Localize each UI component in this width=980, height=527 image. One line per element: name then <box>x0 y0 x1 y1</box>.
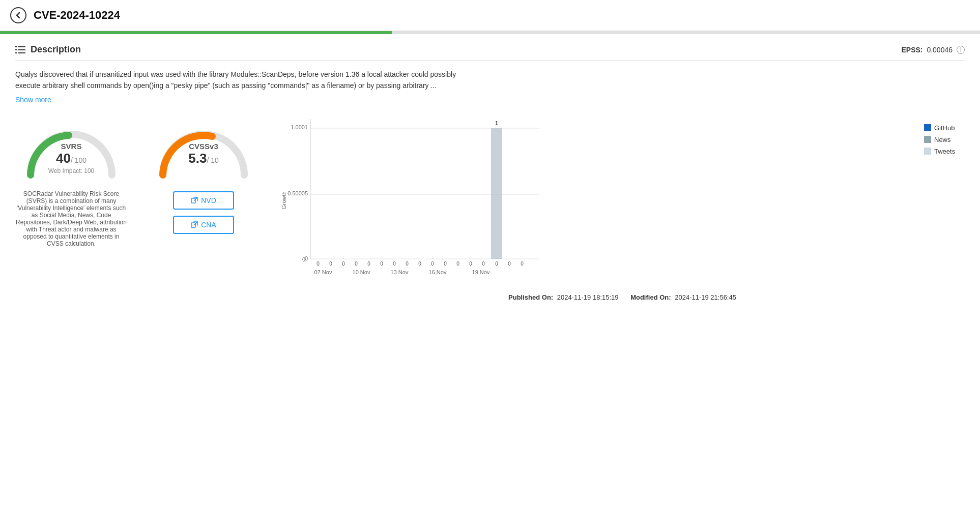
chart-legend: GitHub News Tweets <box>924 114 965 278</box>
chart-area: 1.0001 0.50005 0 Growth <box>280 114 965 301</box>
chart-footer: Published On: 2024-11-19 18:15:19 Modifi… <box>280 294 965 301</box>
svg-rect-0 <box>15 46 17 47</box>
svg-text:0: 0 <box>431 261 434 267</box>
svg-text:0: 0 <box>456 261 459 267</box>
svg-text:0: 0 <box>482 261 485 267</box>
svg-text:0: 0 <box>355 261 358 267</box>
external-link-icon-2 <box>191 221 198 228</box>
svg-text:0: 0 <box>521 261 524 267</box>
epss-info-icon[interactable]: i <box>957 46 965 54</box>
back-button[interactable] <box>10 7 26 23</box>
description-title-group: Description <box>15 44 81 55</box>
epss-container: EPSS: 0.00046 i <box>901 46 965 54</box>
svg-text:0: 0 <box>406 261 409 267</box>
news-swatch <box>924 136 931 143</box>
svg-text:10 Nov: 10 Nov <box>353 269 370 275</box>
svg-rect-4 <box>18 49 25 50</box>
svg-text:0: 0 <box>508 261 511 267</box>
cvss-gauge-container: CVSSv3 5.3/ 10 <box>148 114 260 185</box>
svg-rect-7 <box>191 223 195 227</box>
svrs-info-text: SOCRadar Vulnerability Risk Score (SVRS)… <box>15 190 127 247</box>
svg-text:0: 0 <box>380 261 383 267</box>
svg-text:0: 0 <box>393 261 396 267</box>
svg-text:0: 0 <box>444 261 447 267</box>
tweets-label: Tweets <box>934 148 955 155</box>
svg-text:16 Nov: 16 Nov <box>429 269 447 275</box>
main-content: Description EPSS: 0.00046 i Qualys disco… <box>0 34 980 311</box>
svrs-gauge-text: SVRS 40/ 100 Web Impact: 100 <box>48 142 95 174</box>
metrics-row: SVRS 40/ 100 Web Impact: 100 SOCRadar Vu… <box>15 114 965 301</box>
nvd-button[interactable]: NVD <box>173 191 234 210</box>
svg-text:0: 0 <box>495 261 498 267</box>
news-label: News <box>934 136 951 143</box>
list-icon <box>15 46 25 54</box>
top-bar: CVE-2024-10224 <box>0 0 980 31</box>
svg-text:0: 0 <box>329 261 332 267</box>
cve-title: CVE-2024-10224 <box>34 9 120 22</box>
description-heading: Description <box>31 44 81 55</box>
svrs-gauge-container: SVRS 40/ 100 Web Impact: 100 <box>15 114 127 185</box>
svg-rect-6 <box>191 198 195 203</box>
tweets-swatch <box>924 148 931 155</box>
legend-tweets: Tweets <box>924 148 965 155</box>
github-label: GitHub <box>934 124 955 132</box>
y-axis-title: Growth <box>281 191 287 209</box>
bar-14 <box>491 128 502 259</box>
description-header: Description EPSS: 0.00046 i <box>15 44 965 61</box>
svg-text:0: 0 <box>316 261 320 267</box>
y-label-top: 1.0001 <box>291 124 308 130</box>
show-more-link[interactable]: Show more <box>15 96 51 104</box>
description-text: Qualys discovered that if unsanitized in… <box>15 69 473 92</box>
svg-text:0: 0 <box>469 261 472 267</box>
svrs-section: SVRS 40/ 100 Web Impact: 100 SOCRadar Vu… <box>15 114 127 247</box>
legend-news: News <box>924 136 965 143</box>
svg-rect-5 <box>18 52 25 53</box>
svg-text:19 Nov: 19 Nov <box>472 269 490 275</box>
bar-top-label-14: 1 <box>495 120 498 126</box>
cvss-gauge-text: CVSSv3 5.3/ 10 <box>188 142 219 166</box>
y-label-mid: 0.50005 <box>287 190 308 196</box>
svg-rect-2 <box>15 52 17 53</box>
svg-text:0: 0 <box>367 261 370 267</box>
chart-svg-container: 1.0001 0.50005 0 Growth <box>280 114 914 278</box>
svg-rect-3 <box>18 46 25 47</box>
svg-text:0: 0 <box>302 256 305 262</box>
cvss-section: CVSSv3 5.3/ 10 NVD <box>148 114 260 234</box>
chart-wrapper: 1.0001 0.50005 0 Growth <box>280 114 965 278</box>
svg-text:13 Nov: 13 Nov <box>391 269 409 275</box>
svg-text:07 Nov: 07 Nov <box>314 269 332 275</box>
legend-github: GitHub <box>924 124 965 132</box>
svg-text:0: 0 <box>418 261 421 267</box>
cna-button[interactable]: CNA <box>173 216 234 234</box>
growth-chart: 1.0001 0.50005 0 Growth <box>280 114 544 277</box>
svg-text:0: 0 <box>342 261 345 267</box>
external-link-icon <box>191 197 198 204</box>
github-swatch <box>924 124 931 131</box>
epss-label: EPSS: 0.00046 <box>901 46 953 54</box>
svg-rect-1 <box>15 49 17 50</box>
